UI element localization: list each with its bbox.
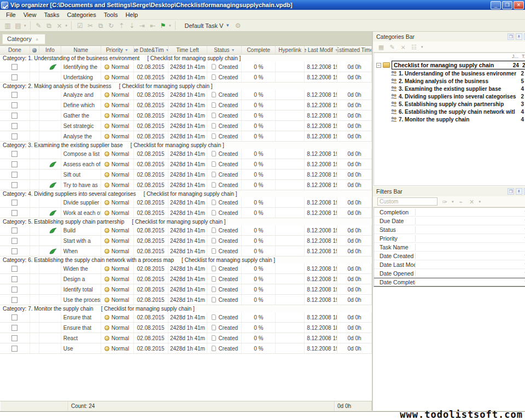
tree-category-item[interactable]: 6. Establishing the supply chain network… (374, 108, 525, 115)
move-down-icon[interactable]: ⇣ (127, 21, 136, 30)
pin-panel-icon[interactable]: 🖈 (516, 33, 522, 40)
tree-category-item[interactable]: 3. Examining the existing supplier base4… (374, 85, 525, 92)
filter-row-date-created[interactable]: Date Created▼ (374, 252, 525, 260)
maximize-button[interactable]: ❐ (502, 1, 512, 9)
category-row[interactable]: Category: 3. Examining the existing supp… (0, 142, 372, 149)
done-checkbox[interactable] (11, 133, 18, 139)
done-checkbox[interactable] (11, 182, 18, 188)
delete-category-icon[interactable]: ⨯ (399, 43, 407, 51)
task-row[interactable]: Define whichNormal02.08.20152428d 1h 41m… (0, 100, 372, 110)
task-name-cell[interactable]: Try to have as (61, 180, 101, 190)
group-by-category-button[interactable]: Category ▲ (2, 34, 45, 44)
task-row[interactable]: Identifying theNormal02.08.20152428d 1h … (0, 62, 372, 72)
menu-item-categories[interactable]: Categories (63, 10, 100, 19)
filter-row-task-name[interactable]: Task Name (374, 243, 525, 252)
done-checkbox[interactable] (11, 335, 18, 341)
done-checkbox[interactable] (11, 210, 18, 216)
filter-dropdown-icon[interactable]: ▾ (452, 200, 454, 204)
task-name-cell[interactable]: Define which (61, 100, 101, 110)
done-checkbox[interactable] (11, 200, 18, 206)
done-checkbox[interactable] (11, 314, 18, 320)
category-row[interactable]: Category: 1. Understanding of the busine… (0, 55, 372, 62)
task-name-cell[interactable]: Ensure that (61, 323, 101, 332)
done-checkbox[interactable] (11, 248, 18, 254)
delete-task-icon[interactable]: ⨯ (55, 21, 64, 30)
category-options-icon[interactable]: ☷ (410, 43, 418, 51)
new-dropdown-icon[interactable]: ▾ (24, 24, 26, 28)
minimize-button[interactable]: _ (491, 1, 501, 9)
delete-filter-icon[interactable]: ✕ (468, 198, 476, 206)
filter-row-completion[interactable]: Completion▼ (374, 208, 525, 217)
done-checkbox[interactable] (11, 151, 18, 157)
new-category-icon[interactable]: ▦ (377, 43, 385, 51)
column-header-name[interactable]: Name (61, 46, 101, 54)
task-name-cell[interactable]: Ensure that (61, 312, 101, 322)
flag-icon[interactable]: ⚑ (159, 21, 167, 30)
category-row[interactable]: Category: 2. Making analysis of the busi… (0, 83, 372, 90)
task-row[interactable]: Widen theNormal02.08.20152428d 1h 41mCre… (0, 264, 372, 274)
task-name-cell[interactable]: React (61, 333, 101, 343)
chevron-down-icon[interactable]: ▼ (521, 253, 525, 259)
task-name-cell[interactable]: Identifying the (61, 62, 101, 72)
float-panel-icon[interactable]: ❐ (508, 33, 514, 40)
cut-icon[interactable]: ✂ (86, 21, 95, 30)
outdent-icon[interactable]: ⇤ (148, 21, 157, 30)
task-name-cell[interactable]: Gather the (61, 110, 101, 120)
view-settings-icon[interactable]: ⚙ (234, 21, 242, 30)
duplicate-task-icon[interactable]: ⧉ (45, 21, 54, 30)
task-row[interactable]: Try to have asNormal02.08.20152428d 1h 4… (0, 180, 372, 190)
close-button[interactable]: ✕ (514, 1, 524, 9)
task-row[interactable]: Ensure thatNormal02.08.20152428d 1h 41mC… (0, 312, 372, 323)
task-name-cell[interactable]: Set strategic (61, 121, 101, 131)
task-name-cell[interactable]: Divide supplier (61, 197, 101, 207)
task-row[interactable]: UndertakingNormal02.08.20152428d 1h 41mC… (0, 72, 372, 83)
chevron-down-icon[interactable]: ▼ (521, 209, 525, 215)
tree-category-item[interactable]: 7. Monitor the supply chain44 (374, 115, 525, 123)
done-checkbox[interactable] (11, 172, 18, 178)
done-checkbox[interactable] (11, 161, 18, 167)
task-row[interactable]: Use the processNormal02.08.20152428d 1h … (0, 295, 372, 305)
menu-item-tools[interactable]: Tools (100, 10, 122, 19)
column-header-estimated-time[interactable]: Estimated Time (337, 46, 372, 54)
menu-item-help[interactable]: Help (121, 10, 142, 19)
task-name-cell[interactable]: Compose a list (61, 149, 101, 159)
done-checkbox[interactable] (11, 297, 18, 303)
task-name-cell[interactable]: Analyze and (61, 90, 101, 100)
column-header-hyperlink[interactable]: Hyperlink (276, 46, 305, 54)
task-row[interactable]: Analyse theNormal02.08.20152428d 1h 41mC… (0, 131, 372, 142)
column-header-priority[interactable]: Priority▼ (101, 46, 134, 54)
done-checkbox[interactable] (11, 113, 18, 119)
filters-more-icon[interactable]: ▾ (479, 200, 481, 204)
pin-panel-icon[interactable]: 🖈 (516, 188, 522, 195)
tree-category-item[interactable]: 5. Establishing supply chain partnership… (374, 100, 525, 108)
task-row[interactable]: ReactNormal02.08.20152428d 1h 41mCreated… (0, 333, 372, 343)
column-header-e-last-modif[interactable]: e Last Modif▼ (305, 46, 337, 54)
done-checkbox[interactable] (11, 276, 18, 282)
done-checkbox[interactable] (11, 64, 18, 70)
task-name-cell[interactable]: Identify total (61, 284, 101, 294)
category-row[interactable]: Category: 7. Monitor the supply chain[ C… (0, 305, 372, 312)
task-row[interactable]: Start with aNormal02.08.20152428d 1h 41m… (0, 236, 372, 246)
done-checkbox[interactable] (11, 102, 18, 108)
chevron-down-icon[interactable]: ▼ (521, 227, 525, 232)
task-row[interactable]: Gather theNormal02.08.20152428d 1h 41mCr… (0, 110, 372, 121)
task-name-cell[interactable]: Widen the (61, 264, 101, 273)
task-row[interactable]: Analyze andNormal02.08.20152428d 1h 41mC… (0, 90, 372, 100)
filter-row-date-completed[interactable]: Date Completed▼ (374, 278, 525, 287)
column-header-status[interactable]: Status▼ (207, 46, 242, 54)
edit-task-icon[interactable]: ✎ (34, 21, 43, 30)
menu-item-tasks[interactable]: Tasks (40, 10, 63, 19)
tree-root-row[interactable]: −Checklist for managing supply chain2424 (374, 61, 525, 69)
apply-filter-icon[interactable]: ✑ (441, 198, 448, 206)
task-row[interactable]: Design aNormal02.08.20152428d 1h 41mCrea… (0, 274, 372, 284)
task-name-cell[interactable]: Work at each of (61, 208, 101, 218)
task-row[interactable]: Set strategicNormal02.08.20152428d 1h 41… (0, 121, 372, 131)
task-row[interactable]: Assess each ofNormal02.08.20152428d 1h 4… (0, 159, 372, 170)
done-checkbox[interactable] (11, 228, 18, 234)
menu-item-view[interactable]: View (20, 10, 40, 19)
tree-category-item[interactable]: 2. Making analysis of the business55 (374, 77, 525, 85)
chevron-down-icon[interactable]: ▼ (231, 48, 235, 52)
new-task-icon[interactable]: ▥ (3, 21, 12, 30)
done-checkbox[interactable] (11, 238, 18, 244)
chevron-down-icon[interactable]: ▼ (125, 48, 129, 52)
